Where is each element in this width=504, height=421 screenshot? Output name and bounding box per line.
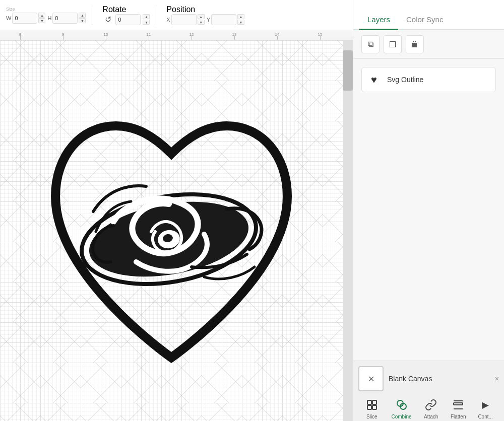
- copy-button[interactable]: ❐: [384, 35, 402, 53]
- slice-icon: [364, 397, 380, 412]
- ruler-line-14: [277, 36, 278, 40]
- combine-button[interactable]: Combine: [388, 395, 416, 421]
- ruler-top: 89101112131415: [0, 30, 353, 40]
- tab-layers[interactable]: Layers: [359, 11, 398, 30]
- rotate-icon[interactable]: ↺: [102, 14, 113, 25]
- layers-list: ♥ Svg Outline: [353, 59, 504, 361]
- x-label: X: [166, 17, 170, 23]
- ruler-line-12: [192, 36, 192, 40]
- y-down[interactable]: ▼: [237, 20, 244, 25]
- width-input[interactable]: [12, 13, 37, 24]
- attach-label: Attach: [424, 414, 438, 419]
- blank-canvas-label: Blank Canvas: [389, 375, 432, 383]
- bottom-panel: ✕ Blank Canvas × Slice: [353, 361, 504, 421]
- rotate-section: Rotate ↺ ▲ ▼: [102, 5, 156, 25]
- ruler-line-13: [234, 36, 235, 40]
- width-down[interactable]: ▼: [38, 18, 45, 23]
- size-label: Size: [6, 7, 15, 12]
- flatten-icon: [451, 397, 466, 412]
- x-input[interactable]: [171, 14, 197, 25]
- bottom-action-buttons: Slice Combine Attach: [358, 395, 499, 421]
- more-label: Cont...: [478, 414, 492, 419]
- scrollbar-thumb[interactable]: [343, 50, 353, 91]
- design-svg[interactable]: [25, 65, 318, 408]
- scrollbar-vertical[interactable]: [343, 40, 353, 421]
- more-button[interactable]: ▶ Cont...: [474, 395, 497, 421]
- blank-canvas-x-mark: ✕: [368, 374, 374, 384]
- layer-name: Svg Outline: [387, 76, 423, 84]
- height-down[interactable]: ▼: [79, 18, 86, 23]
- more-icon: ▶: [478, 397, 493, 412]
- slice-label: Slice: [366, 414, 377, 419]
- ruler-line-11: [149, 36, 149, 40]
- position-section: Position X ▲ ▼ Y ▲ ▼: [166, 5, 244, 25]
- ruler-line-15: [320, 36, 321, 40]
- x-down[interactable]: ▼: [198, 20, 205, 25]
- rotate-input[interactable]: [115, 14, 141, 25]
- w-label: W: [6, 15, 11, 21]
- rotate-up[interactable]: ▲: [143, 14, 150, 19]
- toolbar: Size W ▲ ▼ H ▲ ▼ Rotate: [0, 0, 353, 30]
- layer-item[interactable]: ♥ Svg Outline: [361, 67, 496, 92]
- svg-rect-5: [372, 400, 376, 404]
- y-label: Y: [207, 17, 210, 23]
- flatten-label: Flatten: [451, 414, 466, 419]
- height-up[interactable]: ▲: [79, 13, 86, 18]
- panel-tabs: Layers Color Sync: [353, 0, 504, 30]
- combine-label: Combine: [392, 414, 412, 419]
- ruler-line-8: [20, 36, 21, 40]
- duplicate-button[interactable]: ⧉: [361, 35, 380, 53]
- attach-button[interactable]: Attach: [419, 395, 443, 421]
- right-panel: Layers Color Sync ⧉ ❐ 🗑 ♥ Svg Outline ✕ …: [353, 0, 504, 421]
- blank-canvas-row: ✕ Blank Canvas ×: [358, 366, 499, 391]
- flatten-button[interactable]: Flatten: [447, 395, 470, 421]
- blank-canvas-thumbnail: ✕: [358, 366, 384, 391]
- grid-canvas[interactable]: [0, 40, 343, 421]
- svg-rect-4: [367, 400, 371, 404]
- attach-icon: [423, 397, 438, 412]
- ruler-line-10: [106, 36, 106, 40]
- y-input[interactable]: [211, 14, 236, 25]
- rotate-down[interactable]: ▼: [143, 20, 150, 25]
- ruler-line-9: [63, 36, 64, 40]
- position-label: Position: [166, 5, 195, 14]
- delete-button[interactable]: 🗑: [406, 35, 424, 53]
- canvas-area: 89101112131415: [0, 30, 353, 421]
- x-up[interactable]: ▲: [198, 14, 205, 19]
- panel-action-toolbar: ⧉ ❐ 🗑: [353, 30, 504, 59]
- size-section: Size W ▲ ▼ H ▲ ▼: [4, 6, 92, 25]
- svg-rect-10: [454, 403, 463, 405]
- rotate-label: Rotate: [102, 5, 126, 14]
- y-up[interactable]: ▲: [237, 14, 244, 19]
- h-label: H: [47, 15, 51, 21]
- svg-rect-6: [367, 405, 371, 409]
- slice-button[interactable]: Slice: [360, 395, 384, 421]
- layer-icon: ♥: [366, 72, 382, 88]
- blank-canvas-close[interactable]: ×: [495, 375, 499, 383]
- combine-icon: [394, 397, 409, 412]
- height-input[interactable]: [52, 13, 78, 24]
- tab-colorsync[interactable]: Color Sync: [398, 11, 451, 30]
- width-up[interactable]: ▲: [38, 13, 45, 18]
- svg-rect-7: [372, 405, 376, 409]
